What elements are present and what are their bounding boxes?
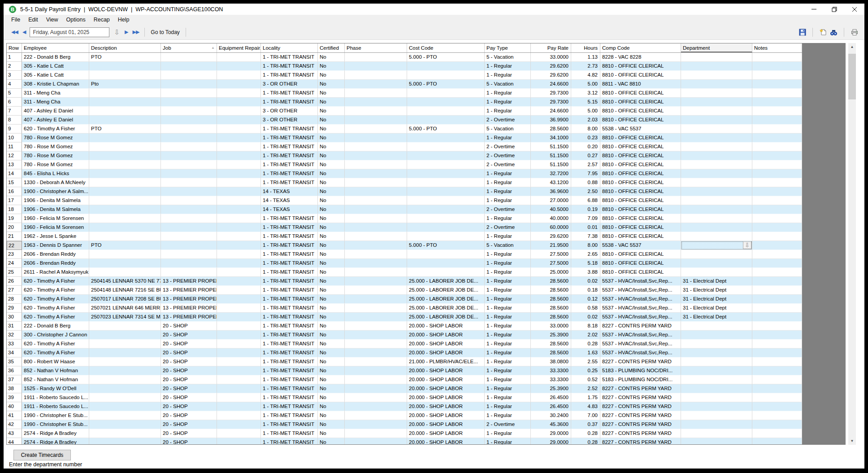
cell-pay_type[interactable]: 1 - Regular [485, 384, 531, 393]
cell-certified[interactable]: No [318, 331, 345, 340]
cell-cost_code[interactable] [407, 178, 485, 187]
row-number[interactable]: 21 [7, 232, 22, 241]
cell-pay_type[interactable]: 5 - Vacation [485, 125, 531, 133]
cell-pay_type[interactable]: 2 - Overtime [485, 420, 531, 429]
cell-hours[interactable]: 3.88 [571, 268, 600, 277]
cell-equipment_repair[interactable] [217, 366, 261, 375]
cell-pay_rate[interactable]: 27.5000 [531, 250, 571, 259]
vertical-scrollbar[interactable]: ▲ ▼ [848, 43, 856, 445]
cell-pay_type[interactable]: 1 - Regular [485, 375, 531, 384]
cell-phase[interactable] [345, 304, 407, 313]
cell-description[interactable] [89, 375, 161, 384]
cell-certified[interactable]: No [318, 125, 345, 133]
cell-locality[interactable]: 14 - TEXAS [261, 205, 318, 214]
cell-locality[interactable]: 1 - TRI-MET TRANSIT [261, 232, 318, 241]
cell-hours[interactable]: 0.27 [571, 151, 600, 160]
cell-comp_code[interactable]: 5537 - HVAC/Install,Svc,Rep... [600, 348, 681, 357]
cell-description[interactable] [89, 322, 161, 331]
cell-job[interactable] [161, 142, 217, 151]
cell-certified[interactable]: No [318, 340, 345, 348]
cell-phase[interactable] [345, 169, 407, 178]
cell-employee[interactable]: 1906 - Denita M Salmela [22, 205, 89, 214]
row-number[interactable]: 13 [7, 160, 22, 169]
cell-certified[interactable]: No [318, 295, 345, 304]
cell-equipment_repair[interactable] [217, 71, 261, 80]
cell-hours[interactable]: 3.12 [571, 89, 600, 98]
cell-locality[interactable]: 1 - TRI-MET TRANSIT [261, 178, 318, 187]
cell-job[interactable] [161, 80, 217, 89]
cell-department[interactable] [681, 250, 752, 259]
cell-cost_code[interactable]: 20.000 - SHOP LABOR [407, 429, 485, 438]
cell-equipment_repair[interactable] [217, 348, 261, 357]
cell-job[interactable] [161, 133, 217, 142]
row-number[interactable]: 19 [7, 214, 22, 223]
cell-comp_code[interactable]: 5183 - PLUMBING NOC/DRI... [600, 366, 681, 375]
cell-pay_rate[interactable]: 25.0000 [531, 268, 571, 277]
cell-cost_code[interactable] [407, 62, 485, 71]
cell-certified[interactable]: No [318, 366, 345, 375]
cell-job[interactable]: 20 - SHOP [161, 393, 217, 402]
cell-cost_code[interactable]: 20.000 - SHOP LABOR [407, 402, 485, 411]
cell-description[interactable] [89, 142, 161, 151]
row-number[interactable]: 15 [7, 178, 22, 187]
cell-job[interactable] [161, 71, 217, 80]
cell-hours[interactable]: 8.18 [571, 322, 600, 331]
cell-certified[interactable]: No [318, 160, 345, 169]
cell-description[interactable] [89, 133, 161, 142]
row-number[interactable]: 43 [7, 429, 22, 438]
cell-locality[interactable]: 1 - TRI-MET TRANSIT [261, 295, 318, 304]
row-number[interactable]: 1 [7, 53, 22, 62]
cell-pay_type[interactable]: 1 - Regular [485, 411, 531, 420]
cell-job[interactable] [161, 125, 217, 133]
cell-description[interactable] [89, 331, 161, 340]
cell-equipment_repair[interactable] [217, 438, 261, 445]
cell-pay_type[interactable]: 1 - Regular [485, 402, 531, 411]
cell-employee[interactable]: 1990 - Christopher E Stub... [22, 420, 89, 429]
cell-comp_code[interactable]: 8810 - OFFICE CLERICAL [600, 116, 681, 125]
cell-notes[interactable] [752, 205, 802, 214]
cell-employee[interactable]: 308 - Kristie L Chapman [22, 80, 89, 89]
column-header-job[interactable]: Job▲ [161, 43, 217, 52]
cell-pay_type[interactable]: 1 - Regular [485, 214, 531, 223]
row-number[interactable]: 25 [7, 268, 22, 277]
cell-notes[interactable] [752, 89, 802, 98]
cell-department[interactable]: 31 - Electrical Dept [681, 286, 752, 295]
cell-comp_code[interactable]: 8811 - VAC 8810 [600, 80, 681, 89]
cell-notes[interactable] [752, 420, 802, 429]
cell-equipment_repair[interactable] [217, 304, 261, 313]
cell-cost_code[interactable]: 20.000 - SHOP LABOR [407, 411, 485, 420]
cell-equipment_repair[interactable] [217, 420, 261, 429]
cell-cost_code[interactable]: 20.000 - SHOP LABOR [407, 340, 485, 348]
cell-certified[interactable]: No [318, 169, 345, 178]
menu-view[interactable]: View [42, 15, 62, 25]
cell-cost_code[interactable] [407, 214, 485, 223]
cell-hours[interactable]: 0.01 [571, 223, 600, 232]
cell-hours[interactable]: 7.38 [571, 232, 600, 241]
last-day-button[interactable]: ▶▶ [130, 29, 141, 35]
cell-job[interactable] [161, 205, 217, 214]
cell-pay_type[interactable]: 1 - Regular [485, 98, 531, 107]
cell-pay_rate[interactable]: 28.5600 [531, 125, 571, 133]
cell-notes[interactable] [752, 169, 802, 178]
cell-employee[interactable]: 407 - Ashley E Daniel [22, 116, 89, 125]
cell-employee[interactable]: 845 - Elisha L Hicks [22, 169, 89, 178]
cell-pay_type[interactable]: 2 - Overtime [485, 151, 531, 160]
cell-pay_type[interactable]: 1 - Regular [485, 250, 531, 259]
cell-job[interactable]: 20 - SHOP [161, 366, 217, 375]
cell-job[interactable] [161, 214, 217, 223]
cell-description[interactable] [89, 259, 161, 268]
cell-department[interactable]: 31 - Electrical Dept [681, 277, 752, 286]
cell-department[interactable]: 31 - Electrical Dept [681, 295, 752, 304]
cell-phase[interactable] [345, 125, 407, 133]
cell-comp_code[interactable]: 8810 - OFFICE CLERICAL [600, 196, 681, 205]
cell-job[interactable] [161, 223, 217, 232]
cell-pay_type[interactable]: 1 - Regular [485, 259, 531, 268]
first-day-button[interactable]: ◀◀ [9, 29, 20, 35]
row-number[interactable]: 17 [7, 196, 22, 205]
cell-equipment_repair[interactable] [217, 340, 261, 348]
cell-cost_code[interactable]: 5.000 - PTO [407, 53, 485, 62]
column-header-notes[interactable]: Notes [752, 43, 802, 52]
cell-department[interactable] [681, 116, 752, 125]
cell-locality[interactable]: 1 - TRI-MET TRANSIT [261, 420, 318, 429]
cell-employee[interactable]: 620 - Timothy A Fisher [22, 313, 89, 322]
